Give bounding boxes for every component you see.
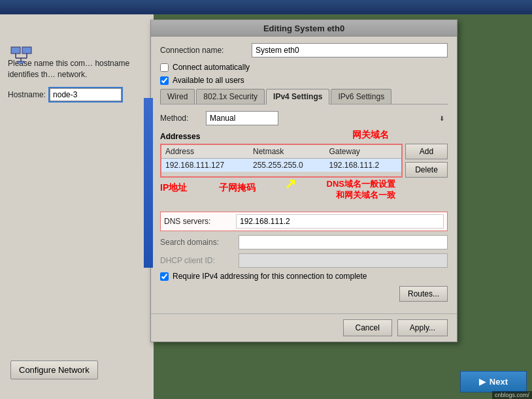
routes-button[interactable]: Routes... [399,286,448,302]
dialog-body: Connection name: Connect automatically A… [151,37,457,313]
connection-name-label: Connection name: [160,46,252,55]
addresses-title: Addresses [160,132,448,141]
require-ipv4-checkbox[interactable] [160,272,169,281]
method-select-wrapper: Manual Automatic (DHCP) ⬇ [206,111,448,125]
left-description: Please name this com… hostname identifie… [8,58,146,101]
addresses-area: 网关域名 Address Netmask Gateway [160,144,448,212]
connection-name-input[interactable] [252,43,448,57]
dialog-title: Editing System eth0 [151,21,457,37]
svg-rect-1 [22,47,31,54]
addresses-table: Address Netmask Gateway 192.168.111.127 … [161,145,401,172]
chevron-down-icon: ⬇ [439,115,444,122]
col-netmask: Netmask [249,145,325,159]
subnet-mask-annotation: 子网掩码 [219,182,256,194]
cell-gateway: 192.168.111.2 [325,159,401,172]
side-blue-bar [144,98,153,268]
editing-dialog: Editing System eth0 Connection name: Con… [150,20,457,342]
tab-ipv6[interactable]: IPv6 Settings [331,89,391,104]
hostname-input[interactable] [50,88,122,101]
dhcp-client-label: DHCP client ID: [160,256,239,265]
next-arrow-icon: ▶ [479,377,486,387]
configure-network-button[interactable]: Configure Network [10,360,98,379]
connect-auto-label: Connect automatically [173,63,250,72]
svg-rect-6 [18,61,24,63]
cancel-button[interactable]: Cancel [343,319,392,336]
next-button[interactable]: ▶ Next [460,371,527,392]
cell-netmask: 255.255.255.0 [249,159,325,172]
svg-rect-0 [11,47,20,54]
tabs-bar: Wired 802.1x Security IPv4 Settings IPv6… [160,89,448,104]
require-row: Require IPv4 addressing for this connect… [160,272,448,281]
arrow-annotation: ↗ [284,176,296,193]
icon-area [8,37,34,63]
annotation-area: IP地址 子网掩码 ↗ DNS域名一般设置 和网关域名一致 [160,179,448,212]
gateway-dns-annotation: 网关域名 [352,129,389,141]
next-label: Next [490,377,508,387]
available-row: Available to all users [160,76,448,85]
ip-address-annotation: IP地址 [160,182,187,194]
left-panel: Please name this com… hostname identifie… [0,14,154,399]
watermark: cnblogs.com/ [492,391,532,399]
dns-servers-input[interactable] [236,214,444,229]
connection-name-row: Connection name: [160,43,448,57]
dns-note-annotation: DNS域名一般设置 和网关域名一致 [327,179,395,201]
add-button[interactable]: Add [405,144,448,159]
apply-button[interactable]: Apply... [397,319,448,336]
dns-row: DNS servers: [160,212,448,231]
add-delete-area: Add Delete [405,144,448,178]
cell-address: 192.168.111.127 [161,159,249,172]
top-bar [0,0,532,14]
dhcp-client-row: DHCP client ID: [160,253,448,268]
network-icon [8,37,34,63]
hostname-row: Hostname: [8,88,146,101]
addresses-table-area: Address Netmask Gateway 192.168.111.127 … [160,144,448,178]
available-checkbox[interactable] [160,76,169,85]
available-label: Available to all users [173,76,244,85]
col-address: Address [161,145,249,159]
method-select[interactable]: Manual Automatic (DHCP) [206,111,278,125]
method-label: Method: [160,114,206,123]
dialog-footer: Cancel Apply... [151,313,457,342]
routes-row: Routes... [160,286,448,302]
tab-8021x[interactable]: 802.1x Security [196,89,265,104]
method-row: Method: Manual Automatic (DHCP) ⬇ [160,111,448,125]
hostname-label: Hostname: [8,90,46,99]
search-domains-input[interactable] [239,235,448,249]
addresses-table-wrapper: Address Netmask Gateway 192.168.111.127 … [160,144,403,178]
dhcp-client-input [239,253,448,268]
col-gateway: Gateway [325,145,401,159]
search-domains-row: Search domains: [160,235,448,249]
connect-auto-row: Connect automatically [160,63,448,72]
table-row: 192.168.111.127 255.255.255.0 192.168.11… [161,159,401,172]
dns-servers-label: DNS servers: [164,217,236,226]
require-ipv4-label: Require IPv4 addressing for this connect… [173,272,367,281]
tab-ipv4[interactable]: IPv4 Settings [266,89,329,104]
delete-button[interactable]: Delete [405,162,448,178]
addresses-section: Addresses 网关域名 Address Netmask Gateway [160,132,448,302]
search-domains-label: Search domains: [160,238,239,247]
connect-auto-checkbox[interactable] [160,63,169,72]
tab-wired[interactable]: Wired [160,89,195,104]
